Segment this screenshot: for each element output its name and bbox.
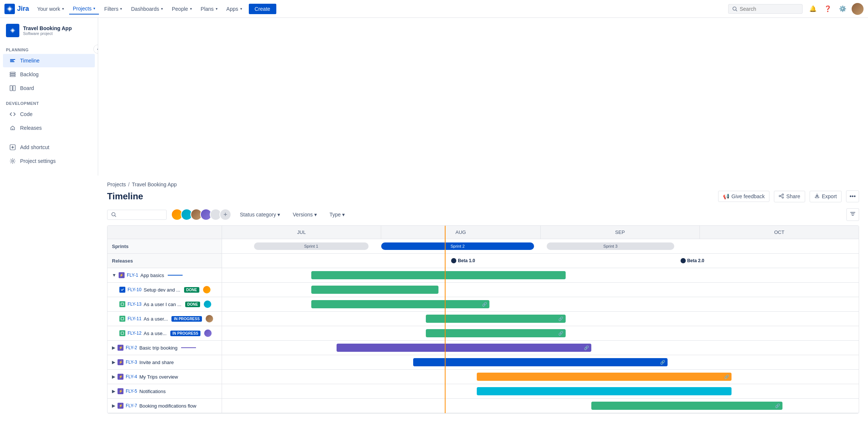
share-button[interactable]: Share (774, 191, 805, 202)
nav-plans[interactable]: Plans ▾ (197, 4, 221, 14)
type-filter[interactable]: Type ▾ (325, 209, 349, 220)
add-shortcut-icon (9, 144, 16, 151)
fly13-gantt-bar[interactable]: 🔗 (311, 300, 489, 308)
fly7-gantt-bar[interactable]: 🔗 (591, 402, 782, 410)
versions-filter[interactable]: Versions ▾ (289, 209, 321, 220)
fly4-id[interactable]: FLY-4 (126, 374, 137, 379)
fly4-label[interactable]: ▶ ⚡ FLY-4 My Trips overview (107, 370, 222, 384)
fly10-label[interactable]: FLY-10 Setup dev and ... DONE (107, 283, 222, 297)
notifications-button[interactable]: 🔔 (807, 3, 819, 15)
fly13-label[interactable]: FLY-13 As a user I can ... DONE (107, 297, 222, 311)
row-fly3: ▶ ⚡ FLY-3 Invite and share 🔗 (107, 355, 859, 370)
fly7-label[interactable]: ▶ ⚡ FLY-7 Booking modifications flow (107, 399, 222, 413)
fly3-label[interactable]: ▶ ⚡ FLY-3 Invite and share (107, 355, 222, 369)
fly11-gantt-bar[interactable]: 🔗 (426, 315, 566, 323)
sprint-3-bar: Sprint 3 (547, 242, 674, 250)
fly1-id[interactable]: FLY-1 (127, 273, 138, 278)
nav-people[interactable]: People ▾ (168, 4, 196, 14)
fly1-label[interactable]: ▼ ⚡ FLY-1 App basics (107, 268, 222, 282)
fly5-label[interactable]: ▶ ⚡ FLY-5 Notifications (107, 384, 222, 398)
fly5-gantt-bar[interactable] (477, 387, 732, 395)
sidebar-item-backlog[interactable]: Backlog (3, 68, 95, 81)
sprints-data: Sprint 1 Sprint 2 Sprint 3 (222, 239, 859, 253)
svg-rect-6 (10, 61, 15, 62)
fly3-gantt-bar[interactable]: 🔗 (413, 358, 668, 366)
fly13-id[interactable]: FLY-13 (128, 302, 141, 307)
jira-logo[interactable]: Jira (4, 4, 29, 14)
user-avatar[interactable] (852, 3, 864, 15)
releases-icon (9, 124, 16, 132)
breadcrumb-projects[interactable]: Projects (107, 181, 126, 187)
page-header: Timeline 📢 Give feedback Share Export ••… (98, 187, 868, 208)
expand-icon[interactable]: ▶ (112, 403, 115, 408)
fly5-id[interactable]: FLY-5 (126, 389, 137, 394)
fly12-status: IN PROGRESS (170, 331, 200, 336)
timeline-toolbar: + Status category ▾ Versions ▾ Type ▾ (98, 208, 868, 225)
search-box[interactable] (728, 4, 803, 14)
fly12-gantt-bar[interactable]: 🔗 (426, 329, 566, 337)
row-fly12: FLY-12 As a use... IN PROGRESS 🔗 (107, 326, 859, 341)
timeline-search-input[interactable] (119, 212, 156, 218)
header-left-empty (107, 226, 222, 239)
fly4-gantt-bar[interactable]: 🔗 (477, 373, 732, 381)
chevron-down-icon: ▾ (314, 212, 317, 218)
fly12-id[interactable]: FLY-12 (128, 331, 141, 336)
search-icon (111, 212, 116, 217)
fly11-label[interactable]: FLY-11 As a user... IN PROGRESS (107, 312, 222, 326)
fly1-gantt-bar[interactable] (311, 271, 566, 279)
fly2-label[interactable]: ▶ ⚡ FLY-2 Basic trip booking (107, 341, 222, 355)
fly13-bar-area: 🔗 (222, 297, 859, 311)
create-button[interactable]: Create (249, 4, 276, 14)
sidebar-item-code[interactable]: Code (3, 107, 95, 121)
project-icon (6, 24, 19, 37)
fly7-name: Booking modifications flow (139, 403, 196, 409)
expand-icon[interactable]: ▶ (112, 345, 115, 350)
fly1-name: App basics (141, 273, 164, 278)
month-jul: JUL (222, 226, 381, 239)
fly3-id[interactable]: FLY-3 (126, 360, 137, 365)
help-button[interactable]: ❓ (822, 3, 834, 15)
today-line (445, 225, 446, 414)
nav-apps[interactable]: Apps ▾ (223, 4, 246, 14)
month-aug: AUG (381, 226, 540, 239)
fly10-gantt-bar[interactable] (311, 286, 438, 294)
fly7-id[interactable]: FLY-7 (126, 403, 137, 408)
expand-icon[interactable]: ▶ (112, 360, 115, 365)
collapse-icon[interactable]: ▼ (112, 273, 116, 278)
row-fly2: ▶ ⚡ FLY-2 Basic trip booking 🔗 (107, 341, 859, 355)
search-input[interactable] (740, 6, 795, 12)
share-icon (779, 193, 784, 200)
sprint-2-bar: Sprint 2 (381, 242, 534, 250)
status-category-filter[interactable]: Status category ▾ (236, 209, 284, 220)
fly10-id[interactable]: FLY-10 (128, 287, 141, 292)
nav-dashboards[interactable]: Dashboards ▾ (127, 4, 167, 14)
fly11-name: As a user... (144, 316, 168, 322)
give-feedback-button[interactable]: 📢 Give feedback (718, 191, 770, 202)
sidebar-item-add-shortcut[interactable]: Add shortcut (3, 141, 95, 154)
sidebar-item-timeline[interactable]: Timeline (3, 54, 95, 67)
expand-icon[interactable]: ▶ (112, 389, 115, 394)
filter-settings-button[interactable] (846, 208, 859, 221)
add-avatar-button[interactable]: + (219, 209, 231, 221)
more-actions-button[interactable]: ••• (846, 190, 859, 202)
nav-filters[interactable]: Filters ▾ (100, 4, 126, 14)
svg-point-17 (782, 197, 784, 198)
nav-projects[interactable]: Projects ▾ (69, 3, 99, 15)
sidebar-item-releases[interactable]: Releases (3, 121, 95, 135)
settings-button[interactable]: ⚙️ (837, 3, 849, 15)
fly2-id[interactable]: FLY-2 (126, 345, 137, 350)
fly12-label[interactable]: FLY-12 As a use... IN PROGRESS (107, 326, 222, 340)
export-button[interactable]: Export (810, 191, 842, 202)
sidebar-item-board[interactable]: Board (3, 81, 95, 95)
fly2-gantt-bar[interactable]: 🔗 (337, 344, 591, 352)
fly11-id[interactable]: FLY-11 (128, 316, 141, 321)
expand-icon[interactable]: ▶ (112, 374, 115, 379)
fly5-bar-area (222, 384, 859, 398)
nav-your-work[interactable]: Your work ▾ (33, 4, 68, 14)
backlog-icon (9, 71, 16, 78)
timeline-search[interactable] (107, 210, 167, 220)
svg-rect-20 (121, 303, 124, 306)
breadcrumb-project[interactable]: Travel Booking App (132, 181, 177, 187)
sidebar-item-project-settings[interactable]: Project settings (3, 154, 95, 168)
fly10-status: DONE (184, 287, 199, 293)
